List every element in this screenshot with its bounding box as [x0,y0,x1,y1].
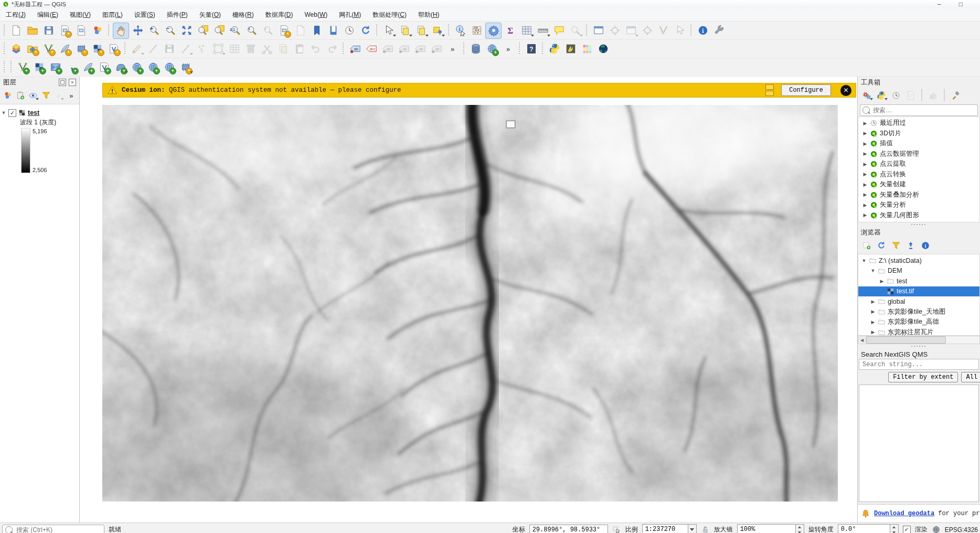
toolbox-python-scripts[interactable] [875,89,888,102]
map-theme-manager[interactable] [293,23,308,38]
menu-item-h[interactable]: 帮助(H) [412,9,445,21]
scale-input[interactable] [642,524,688,533]
expander-icon[interactable]: ▶ [870,329,876,335]
expander-icon[interactable]: ▶ [879,279,885,284]
python-console[interactable] [547,41,562,57]
toolbar-grip[interactable] [920,89,924,102]
toggle-extents-icon[interactable] [612,525,621,533]
scrollbar-thumb[interactable] [866,336,946,344]
expander-icon[interactable]: ▶ [862,151,868,156]
menu-item-s[interactable]: 设置(S) [129,9,161,21]
toggle-editing[interactable] [145,41,161,57]
toolbox-item[interactable]: ▶3D切片 [858,129,979,139]
refresh-map[interactable] [358,23,373,38]
all-button[interactable]: All [961,372,980,382]
browser-item[interactable]: ▶东莞影像tile_天地图 [858,307,979,317]
geocoder-search[interactable] [568,23,583,38]
help-contents[interactable] [524,41,539,57]
annotation-tool[interactable] [672,23,687,38]
show-layout-manager[interactable] [73,23,89,38]
show-statistics[interactable] [503,23,518,38]
layers-panel-close-button[interactable]: × [69,79,76,86]
layer-item-test[interactable]: ▼ ✓ test [1,108,78,118]
expander-icon[interactable]: ▶ [870,309,876,314]
crs-globe-icon[interactable] [932,525,941,533]
identify-features[interactable] [453,23,468,38]
coordinate-input[interactable] [529,525,608,533]
toolbox-item[interactable]: ▶点云数据管理 [858,149,979,159]
digitize-line[interactable] [178,41,193,57]
zoom-full[interactable] [179,23,194,38]
rotation-spinner[interactable] [890,524,899,533]
add-spatialite-layer[interactable]: + [80,60,95,75]
add-delimited-layer[interactable]: + [64,60,79,75]
data-source-manager[interactable] [8,41,24,57]
new-bookmark[interactable] [309,23,324,38]
open-layer-styling[interactable] [3,89,13,102]
browser-filter[interactable] [890,239,902,252]
render-checkbox[interactable]: ✓ [903,526,911,533]
panel-splitter-2[interactable] [858,344,980,348]
browser-item[interactable]: ▶东莞标注层瓦片 [858,327,979,336]
layer-expander-icon[interactable]: ▼ [1,110,6,115]
paste-features[interactable] [292,41,307,57]
browser-properties[interactable] [919,239,932,252]
toolbox-history[interactable] [890,89,902,102]
browser-item[interactable]: ▶test [858,276,979,286]
toolbar-grip[interactable] [107,24,111,37]
save-project[interactable] [41,23,56,38]
statusbar-search-input[interactable] [15,526,101,533]
scale-dropdown-icon[interactable] [688,524,697,533]
layers-panel-overflow[interactable]: » [66,89,77,102]
filter-legend[interactable] [41,89,51,102]
menu-item-p[interactable]: 插件(P) [161,9,194,21]
browser-item[interactable]: test.tif [858,286,979,297]
expander-icon[interactable]: ▶ [862,192,868,197]
expander-icon[interactable]: ▶ [862,182,868,187]
add-record[interactable] [194,41,209,57]
layer-labeling[interactable] [347,41,363,57]
modify-attributes[interactable] [227,41,242,57]
processing-toolbox[interactable] [485,23,502,39]
filter-by-extent-button[interactable]: Filter by extent [888,372,958,382]
magnifier-input[interactable] [737,524,796,533]
zoom-native[interactable]: 1:1 [228,23,243,38]
add-group[interactable] [15,89,26,102]
toolbox-edit-in-place[interactable] [927,89,940,102]
expander-icon[interactable]: ▶ [862,141,868,146]
toolbar-grip[interactable] [447,24,451,37]
open-attribute-table[interactable] [519,23,534,38]
add-vector-file[interactable]: * [106,41,121,57]
toolbar-grip[interactable] [342,42,345,55]
new-map-view[interactable] [591,23,606,38]
zoom-in[interactable]: + [146,23,162,38]
expander-icon[interactable]: ▶ [862,212,868,218]
add-wms-layer[interactable]: + [129,60,144,75]
toolbox-options[interactable] [950,89,962,102]
maximize-button[interactable]: □ [959,1,963,8]
menu-item-v[interactable]: 视图(V) [64,9,97,21]
toolbar-grip[interactable] [518,42,521,55]
temporal-controller[interactable] [342,23,357,38]
expander-icon[interactable]: ▶ [862,172,868,177]
globe-view[interactable] [595,41,611,57]
run-feature-action[interactable] [469,23,484,38]
new-print-layout[interactable]: * [57,23,72,38]
menu-item-w[interactable]: Web(W) [299,9,333,20]
toolbar-grip[interactable] [943,89,946,102]
browser-item[interactable]: ▶东莞影像tile_高德 [858,317,979,327]
panel-splitter[interactable] [858,222,980,227]
manage-map-themes[interactable] [28,89,38,102]
current-edits[interactable] [129,41,144,57]
expander-icon[interactable]: ▶ [862,131,868,136]
customize-toolbars[interactable] [711,23,727,38]
toolbox-item[interactable]: ▶矢量几何图形 [858,210,979,221]
map-canvas[interactable] [102,105,838,502]
menu-item-e[interactable]: 编辑(E) [31,9,64,21]
magnifier-spinner[interactable] [796,524,804,533]
browser-item[interactable]: ▼Z:\ (staticData) [858,255,979,266]
zoom-to-layer[interactable] [195,23,210,38]
expander-icon[interactable]: ▶ [862,202,868,208]
minimize-button[interactable]: – [938,1,941,8]
toolbar-overflow-1[interactable]: » [445,41,460,57]
